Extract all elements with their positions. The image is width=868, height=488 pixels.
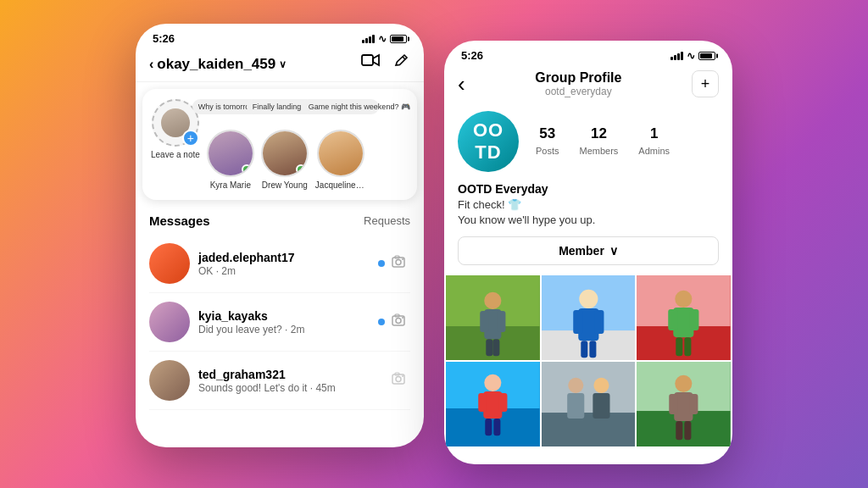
svg-rect-44 <box>493 419 500 435</box>
kyra-label: Kyra Marie <box>210 180 251 190</box>
group-info: OOTD Everyday Fit check! 👕 You know we'l… <box>444 182 732 236</box>
svg-point-8 <box>402 317 403 319</box>
svg-point-6 <box>396 318 401 323</box>
svg-rect-28 <box>589 341 596 358</box>
svg-rect-41 <box>478 393 487 412</box>
unread-dot-1 <box>378 260 385 267</box>
svg-rect-36 <box>685 338 692 357</box>
back-button[interactable]: ‹ <box>458 71 465 97</box>
right-phone: 5:26 ∿ ‹ Group Profile ootd_everyday + O… <box>444 41 732 464</box>
photo-cell-4[interactable] <box>446 362 540 446</box>
msg-preview-1: OK · 2m <box>198 265 370 277</box>
svg-point-15 <box>484 292 501 309</box>
battery-icon-r <box>698 52 715 60</box>
story-jacqueline[interactable]: Game night this weekend? 🎮 Jacqueline La… <box>315 130 366 190</box>
svg-rect-34 <box>690 309 699 330</box>
svg-rect-27 <box>581 341 587 358</box>
svg-rect-58 <box>685 421 692 440</box>
wifi-icon: ∿ <box>378 33 387 45</box>
svg-rect-43 <box>485 419 492 435</box>
battery-icon <box>390 35 407 43</box>
svg-point-47 <box>568 378 583 393</box>
camera-icon-3[interactable] <box>392 372 410 390</box>
svg-rect-17 <box>480 311 488 332</box>
svg-point-4 <box>402 258 403 260</box>
msg-username-2: kyia_kayaks <box>198 309 370 323</box>
group-desc: Fit check! 👕 You know we'll hype you up. <box>458 197 719 228</box>
photo-cell-3[interactable] <box>637 275 731 360</box>
signal-icon <box>362 35 375 43</box>
svg-rect-46 <box>542 413 636 446</box>
svg-point-39 <box>484 374 501 391</box>
group-desc-line1: Fit check! 👕 <box>458 198 521 211</box>
chevron-down-icon: ∨ <box>279 58 287 70</box>
message-item-2[interactable]: kyia_kayaks Did you leave yet? · 2m <box>149 293 410 352</box>
story-drew[interactable]: Finally landing in NYC! ❤️ Drew Young <box>261 130 309 190</box>
svg-point-23 <box>579 290 598 308</box>
msg-actions-1 <box>378 255 410 273</box>
msg-content-3: ted_graham321 Sounds good! Let's do it ·… <box>198 368 383 394</box>
svg-point-49 <box>593 378 609 393</box>
video-icon[interactable] <box>361 53 380 75</box>
msg-username-1: jaded.elephant17 <box>198 251 370 264</box>
msg-actions-3 <box>392 372 410 390</box>
status-icons-right: ∿ <box>670 50 715 62</box>
add-button[interactable]: + <box>692 70 719 97</box>
member-chevron-icon: ∨ <box>609 244 618 258</box>
svg-rect-18 <box>497 311 505 332</box>
svg-rect-48 <box>567 393 584 419</box>
group-title: Group Profile <box>535 70 621 86</box>
msg-username-3: ted_graham321 <box>198 368 383 381</box>
status-icons-left: ∿ <box>362 33 407 45</box>
stat-admins-number: 1 <box>638 125 670 142</box>
nav-username[interactable]: ‹ okay_kaiden_459 ∨ <box>149 56 287 73</box>
svg-rect-57 <box>676 421 683 440</box>
msg-preview-3: Sounds good! Let's do it · 45m <box>198 382 383 394</box>
message-item-3[interactable]: ted_graham321 Sounds good! Let's do it ·… <box>149 352 410 410</box>
photo-cell-2[interactable] <box>542 275 636 360</box>
message-item-1[interactable]: jaded.elephant17 OK · 2m <box>149 235 410 293</box>
requests-link[interactable]: Requests <box>364 214 410 227</box>
msg-actions-2 <box>378 313 410 331</box>
stat-members: 12 Members <box>580 125 619 158</box>
msg-avatar-3 <box>149 360 190 401</box>
story-kyra[interactable]: Why is tomorrow Monday!? 😅 Kyra Marie <box>207 130 254 190</box>
messages-header: Messages Requests <box>149 207 410 235</box>
stat-posts-number: 53 <box>536 125 559 142</box>
svg-rect-55 <box>670 394 678 414</box>
msg-preview-2: Did you leave yet? · 2m <box>198 324 370 336</box>
nav-action-icons <box>361 53 410 75</box>
photo-cell-5[interactable] <box>542 362 636 446</box>
camera-icon-2[interactable] <box>392 313 410 331</box>
svg-rect-20 <box>492 340 499 357</box>
group-stats: 53 Posts 12 Members 1 Admins <box>536 125 670 158</box>
member-button[interactable]: Member ∨ <box>458 236 719 265</box>
stories-row: + Leave a note Why is tomorrow Monday!? … <box>142 89 417 200</box>
camera-icon-1[interactable] <box>392 255 410 273</box>
photo-cell-1[interactable] <box>446 275 540 360</box>
msg-content-2: kyia_kayaks Did you leave yet? · 2m <box>198 309 370 336</box>
photo-cell-6[interactable] <box>637 362 731 446</box>
msg-avatar-1 <box>149 243 190 284</box>
group-title-section: Group Profile ootd_everyday <box>535 70 621 97</box>
stat-members-number: 12 <box>580 125 619 142</box>
svg-point-2 <box>396 259 401 264</box>
svg-point-12 <box>402 375 403 377</box>
svg-rect-25 <box>573 310 582 334</box>
svg-point-53 <box>676 375 693 392</box>
photo-grid <box>444 275 732 446</box>
status-bar-left: 5:26 ∿ <box>136 24 424 48</box>
group-desc-line2: You know we'll hype you up. <box>458 214 595 226</box>
svg-rect-33 <box>669 309 678 330</box>
group-subtitle: ootd_everyday <box>535 86 621 97</box>
edit-icon[interactable] <box>393 53 410 75</box>
jacqueline-note: Game night this weekend? 🎮 <box>303 99 379 114</box>
msg-content-1: jaded.elephant17 OK · 2m <box>198 251 370 277</box>
stat-admins: 1 Admins <box>638 125 670 158</box>
group-nav: ‹ Group Profile ootd_everyday + <box>444 65 732 101</box>
svg-point-31 <box>676 291 693 308</box>
time-left: 5:26 <box>153 32 175 45</box>
stat-posts: 53 Posts <box>536 125 559 158</box>
nav-header: ‹ okay_kaiden_459 ∨ <box>136 48 424 82</box>
stat-admins-label: Admins <box>638 146 670 156</box>
